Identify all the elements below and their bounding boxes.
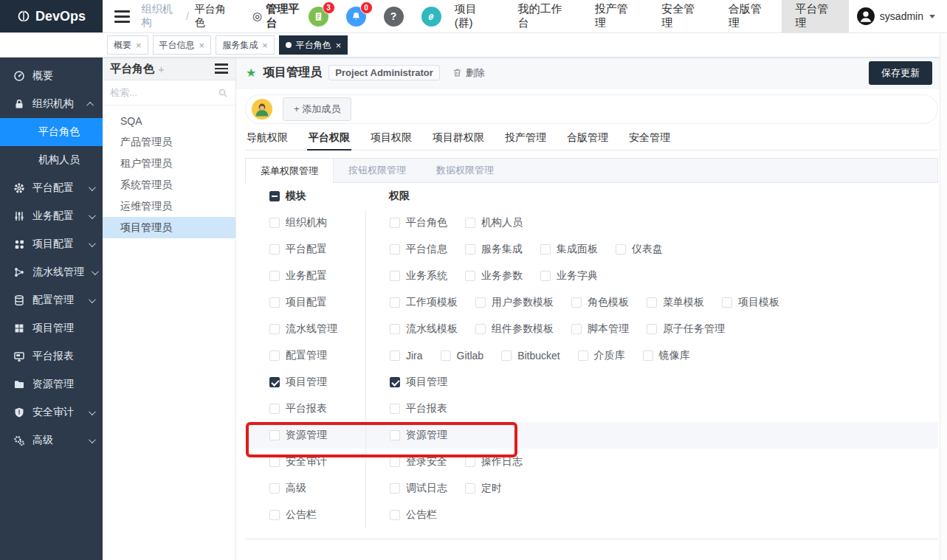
- perm-checkbox[interactable]: [571, 297, 582, 308]
- perm-checkbox[interactable]: [390, 430, 400, 440]
- module-checkbox[interactable]: [269, 218, 280, 228]
- perm-checkbox[interactable]: [465, 244, 475, 255]
- delete-role-button[interactable]: 删除: [452, 66, 485, 80]
- perm-checkbox[interactable]: [390, 218, 400, 228]
- sidebar-item[interactable]: 高级: [0, 426, 103, 454]
- perm-checkbox[interactable]: [540, 244, 551, 255]
- tab-chip[interactable]: 概要×: [107, 35, 148, 55]
- perm-checkbox[interactable]: [390, 457, 400, 467]
- link-button[interactable]: [421, 7, 441, 27]
- perm-checkbox[interactable]: [390, 350, 400, 361]
- top-nav-item[interactable]: 平台管理: [782, 0, 849, 32]
- perm-checkbox[interactable]: [390, 483, 400, 494]
- perm-checkbox[interactable]: [390, 271, 400, 281]
- sub-tab[interactable]: 数据权限管理: [421, 159, 509, 182]
- module-checkbox[interactable]: [269, 244, 280, 255]
- module-checkbox[interactable]: [269, 430, 280, 440]
- sidebar-toggle-icon[interactable]: [114, 10, 130, 23]
- sidebar-subitem[interactable]: 平台角色: [0, 118, 103, 146]
- role-search-input[interactable]: [110, 87, 213, 98]
- sidebar-item[interactable]: 组织机构: [0, 90, 103, 118]
- close-icon[interactable]: ×: [199, 41, 205, 50]
- sidebar-item[interactable]: 流水线管理: [0, 258, 103, 286]
- perm-checkbox[interactable]: [475, 324, 486, 334]
- select-all-checkbox[interactable]: [269, 191, 280, 201]
- add-role-button[interactable]: +: [158, 63, 165, 75]
- perm-checkbox[interactable]: [465, 457, 475, 467]
- app-logo[interactable]: DevOps: [0, 0, 103, 32]
- perm-checkbox[interactable]: [578, 350, 588, 361]
- tab-chip[interactable]: 服务集成×: [216, 35, 275, 55]
- sidebar-subitem[interactable]: 机构人员: [0, 146, 103, 174]
- perm-checkbox[interactable]: [390, 404, 400, 414]
- user-menu[interactable]: sysadmin: [849, 0, 947, 32]
- sub-tab[interactable]: 按钮权限管理: [334, 159, 421, 182]
- perm-tab[interactable]: 导航权限: [245, 125, 289, 150]
- top-nav-item[interactable]: 合版管理: [715, 0, 782, 32]
- module-checkbox[interactable]: [269, 510, 280, 520]
- perm-checkbox[interactable]: [390, 297, 400, 308]
- member-avatar[interactable]: [252, 99, 272, 120]
- top-nav-item[interactable]: 安全管理: [648, 0, 715, 32]
- perm-tab[interactable]: 投产管理: [503, 125, 548, 150]
- document-button[interactable]: 3: [309, 7, 328, 27]
- help-button[interactable]: ?: [384, 7, 404, 27]
- perm-checkbox[interactable]: [571, 324, 582, 334]
- role-list-item[interactable]: 系统管理员: [103, 174, 235, 196]
- perm-checkbox[interactable]: [390, 510, 400, 520]
- module-checkbox[interactable]: [269, 271, 280, 281]
- notifications-button[interactable]: 0: [346, 7, 366, 27]
- sidebar-item[interactable]: 业务配置: [0, 202, 103, 230]
- breadcrumb-parent[interactable]: 组织机构: [142, 3, 180, 30]
- role-list-item[interactable]: 运维管理员: [103, 196, 235, 217]
- role-list-item[interactable]: 租户管理员: [103, 153, 235, 174]
- tab-chip[interactable]: 平台信息×: [153, 35, 212, 55]
- module-checkbox[interactable]: [269, 457, 280, 467]
- perm-checkbox[interactable]: [390, 377, 400, 387]
- top-nav-item[interactable]: 投产管理: [582, 0, 649, 32]
- perm-checkbox[interactable]: [465, 483, 475, 494]
- perm-checkbox[interactable]: [390, 324, 400, 334]
- sidebar-item[interactable]: 平台配置: [0, 174, 103, 202]
- close-icon[interactable]: ×: [136, 41, 142, 50]
- perm-tab[interactable]: 合版管理: [565, 125, 610, 150]
- perm-checkbox[interactable]: [390, 244, 400, 255]
- add-member-button[interactable]: + 添加成员: [283, 97, 351, 121]
- role-list-item[interactable]: 项目管理员: [103, 217, 235, 238]
- module-checkbox[interactable]: [269, 404, 280, 414]
- perm-checkbox[interactable]: [441, 350, 451, 361]
- manage-platform-link[interactable]: ◎ 管理平台: [252, 0, 307, 32]
- close-icon[interactable]: ×: [336, 41, 342, 50]
- role-panel-menu-icon[interactable]: [215, 63, 228, 74]
- perm-tab[interactable]: 平台权限: [307, 125, 351, 150]
- perm-tab[interactable]: 项目权限: [369, 125, 413, 150]
- perm-checkbox[interactable]: [475, 297, 486, 308]
- sidebar-item[interactable]: 项目配置: [0, 230, 103, 258]
- sidebar-item[interactable]: 配置管理: [0, 286, 103, 314]
- sidebar-item[interactable]: 概要: [0, 62, 103, 90]
- sidebar-item[interactable]: 项目管理: [0, 314, 103, 342]
- role-list-item[interactable]: SQA: [103, 110, 235, 131]
- perm-checkbox[interactable]: [465, 271, 475, 281]
- module-checkbox[interactable]: [269, 297, 280, 308]
- scrollbar[interactable]: [940, 33, 947, 560]
- module-checkbox[interactable]: [269, 324, 280, 334]
- sub-tab[interactable]: 菜单权限管理: [246, 159, 334, 183]
- sidebar-item[interactable]: 安全审计: [0, 398, 103, 426]
- top-nav-item[interactable]: 我的工作台: [505, 0, 582, 32]
- perm-checkbox[interactable]: [722, 297, 732, 308]
- module-checkbox[interactable]: [269, 377, 280, 387]
- close-icon[interactable]: ×: [262, 41, 268, 50]
- perm-tab[interactable]: 项目群权限: [431, 125, 486, 150]
- search-icon[interactable]: [218, 88, 228, 98]
- save-button[interactable]: 保存更新: [869, 61, 932, 85]
- module-checkbox[interactable]: [269, 483, 280, 494]
- perm-checkbox[interactable]: [540, 271, 551, 281]
- tab-chip[interactable]: 平台角色×: [279, 35, 348, 55]
- perm-checkbox[interactable]: [616, 244, 626, 255]
- sidebar-item[interactable]: 平台报表: [0, 342, 103, 370]
- perm-checkbox[interactable]: [465, 218, 475, 228]
- module-checkbox[interactable]: [269, 350, 280, 361]
- perm-checkbox[interactable]: [647, 324, 657, 334]
- perm-checkbox[interactable]: [643, 350, 653, 361]
